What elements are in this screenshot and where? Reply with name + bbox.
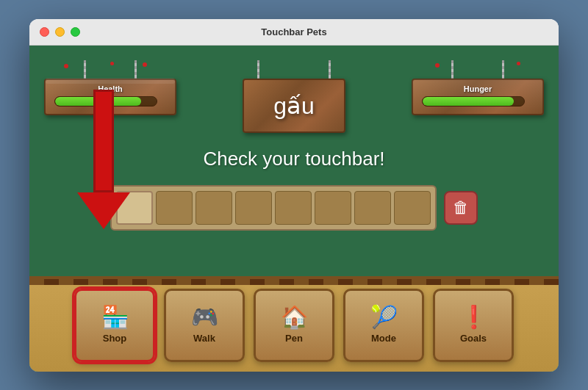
trash-button[interactable]: 🗑 <box>444 191 478 225</box>
hunger-sign-container: Hunger <box>412 60 544 115</box>
minimize-button[interactable] <box>55 27 65 37</box>
touchbar-cell-3 <box>196 191 232 225</box>
titlebar: Touchbar Pets <box>29 19 559 46</box>
touchbar-area: 🗑 <box>110 185 478 231</box>
mode-button[interactable]: 🎾 Mode <box>343 289 424 362</box>
shop-label: Shop <box>103 333 127 344</box>
pen-icon: 🏠 <box>281 306 308 328</box>
check-touchbar-text: Check your touchbar! <box>203 148 384 170</box>
hunger-label: Hunger <box>422 84 534 93</box>
goals-label: Goals <box>460 333 487 344</box>
mode-label: Mode <box>371 333 396 344</box>
bottom-action-area: 🏪 Shop 🎮 Walk 🏠 Pen 🎾 Mode ❗ Goals <box>29 276 559 372</box>
pet-name: gấu <box>273 92 315 120</box>
goals-icon: ❗ <box>460 306 487 328</box>
shop-icon: 🏪 <box>101 306 129 328</box>
maximize-button[interactable] <box>71 27 80 37</box>
traffic-lights <box>40 27 80 37</box>
hunger-bar-fill <box>423 97 514 106</box>
walk-icon: 🎮 <box>191 306 218 328</box>
app-window: Touchbar Pets Health <box>29 19 559 372</box>
walk-label: Walk <box>193 333 215 344</box>
touchbar-container <box>110 185 437 231</box>
red-arrow-container <box>77 90 130 229</box>
goals-button[interactable]: ❗ Goals <box>433 289 514 362</box>
pet-name-sign: gấu <box>243 79 345 133</box>
touchbar-cell-6 <box>315 191 351 225</box>
touchbar-cell-8 <box>394 191 431 225</box>
hunger-bar-bg <box>422 96 525 106</box>
touchbar-cell-5 <box>275 191 312 225</box>
arrow-shaft <box>93 90 114 192</box>
walk-button[interactable]: 🎮 Walk <box>164 289 245 362</box>
arrow-head <box>77 192 130 229</box>
main-content: Health gấu <box>29 46 559 372</box>
pen-label: Pen <box>285 333 303 344</box>
touchbar-cell-4 <box>235 191 272 225</box>
shop-button[interactable]: 🏪 Shop <box>74 289 155 362</box>
hunger-sign: Hunger <box>412 79 544 115</box>
pen-button[interactable]: 🏠 Pen <box>254 289 334 362</box>
touchbar-cell-7 <box>354 191 391 225</box>
mode-icon: 🎾 <box>370 306 398 328</box>
close-button[interactable] <box>40 27 49 37</box>
window-title: Touchbar Pets <box>80 26 508 37</box>
touchbar-cell-2 <box>156 191 193 225</box>
red-arrow <box>77 90 130 229</box>
pet-name-sign-container: gấu <box>220 60 368 133</box>
